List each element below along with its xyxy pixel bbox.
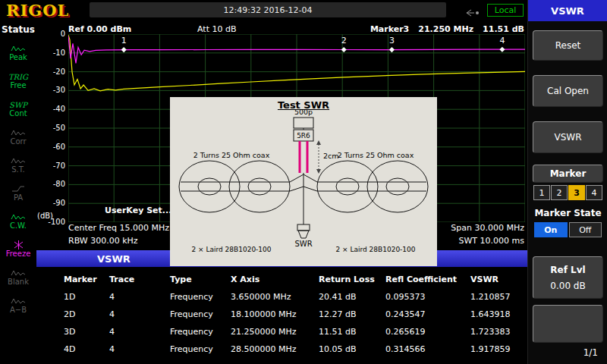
table-cell: 20.41 dB (319, 292, 385, 302)
table-row-2D: 2D4Frequency18.100000 MHz12.27 dB0.24354… (36, 306, 527, 323)
y-tick-label: -10 (36, 49, 65, 57)
table-cell: 3D (64, 327, 109, 337)
status-label: Free (10, 81, 26, 89)
peak-waveform-icon (11, 44, 26, 53)
status-label: SWP (9, 101, 27, 109)
marker-state-on[interactable]: On (534, 222, 568, 237)
marker-option-row: 1234 (533, 185, 603, 200)
left-coax-label: 2 Turns 25 Ohm coax (175, 151, 288, 159)
y-tick-label: -80 (36, 180, 65, 188)
table-cell: 0.265619 (385, 327, 470, 337)
table-row-4D: 4D4Frequency28.500000 MHz10.05 dB0.31456… (36, 340, 527, 358)
table-cell: 4 (109, 327, 170, 337)
rigol-logo: RIGOL (6, 1, 69, 20)
right-core-label: 2 × Laird 28B1020-100 (319, 246, 432, 253)
empty-softkey-button[interactable] (533, 305, 603, 343)
status-pa: PA (0, 179, 36, 207)
test-swr-diagram: Test SWR 500p 5R6 2cm 2 Turns 25 Ohm coa… (170, 97, 437, 266)
marker-readout-value: 11.51 dB (483, 24, 524, 34)
table-cell: 3.650000 MHz (231, 292, 319, 302)
cal-open-button[interactable]: Cal Open (533, 75, 603, 107)
status-label: S.T. (11, 165, 25, 174)
table-cell: 10.05 dB (319, 344, 385, 354)
menu-title: VSWR (528, 0, 607, 21)
table-cell: 28.500000 MHz (231, 344, 319, 354)
left-core-label: 2 × Laird 28B1020-100 (175, 246, 288, 253)
page-indicator: 1/1 (583, 347, 598, 358)
ref-lvl-value: 0.00 dB (550, 281, 585, 291)
marker-state-off[interactable]: Off (569, 222, 602, 237)
table-cell: 4 (109, 309, 170, 319)
col-x-axis: X Axis (231, 275, 319, 284)
marker-readout-freq: 21.250 MHz (418, 24, 473, 34)
status-label: PA (14, 193, 23, 202)
table-cell: Frequency (170, 292, 231, 302)
table-cell: 4D (64, 344, 109, 354)
remote-connection-icon (464, 6, 481, 20)
marker-readout-name: Marker3 (370, 24, 409, 34)
vswr-section-title: VSWR (97, 253, 131, 265)
status-peak: Peak (0, 39, 36, 67)
top-bar: RIGOL 12:49:32 2016-12-04 Local (0, 0, 527, 21)
table-cell: Frequency (170, 309, 231, 319)
swr-port-label: SWR (273, 240, 334, 248)
table-cell: 1.210857 (470, 292, 527, 302)
span-label: Span 30.000 MHz (451, 223, 524, 233)
col-type: Type (170, 275, 231, 284)
status-label: C.W. (10, 221, 27, 230)
blank-waveform-icon (11, 268, 26, 278)
table-cell: 0.243547 (385, 309, 470, 319)
capacitor-value-label: 500p (273, 108, 334, 116)
plot-marker-2: 2 (341, 36, 347, 46)
instrument-screen: RIGOL 12:49:32 2016-12-04 Local Status P… (0, 0, 607, 364)
marker-option-3[interactable]: 3 (568, 185, 585, 200)
table-cell: 18.100000 MHz (231, 309, 319, 319)
y-tick-label: -20 (36, 67, 65, 76)
table-cell: 11.51 dB (319, 327, 385, 337)
table-cell: 2D (64, 309, 109, 319)
marker-option-4[interactable]: 4 (586, 185, 602, 200)
table-cell: 1.723383 (470, 327, 527, 337)
status-cw: C.W. (0, 207, 36, 235)
status-st: S.T. (0, 151, 36, 179)
y-axis-unit: (dB) (37, 212, 53, 220)
vswr-button[interactable]: VSWR (533, 121, 603, 153)
marker-readout: Marker3 21.250 MHz 11.51 dB (370, 24, 524, 34)
table-cell: 4 (109, 344, 170, 354)
rbw-label: RBW 300.00 kHz (68, 236, 138, 246)
status-label: Blank (8, 278, 29, 286)
status-swp: SWPCont (0, 95, 36, 123)
table-cell: 0.095373 (385, 292, 470, 302)
marker-option-2[interactable]: 2 (551, 185, 568, 200)
status-label: TRIG (8, 73, 28, 81)
ref-lvl-label: Ref Lvl (550, 265, 585, 275)
local-badge: Local (487, 4, 524, 17)
table-cell: 1.643918 (470, 309, 527, 319)
table-cell: Frequency (170, 327, 231, 337)
plot-marker-4: 4 (499, 36, 505, 46)
preamp-icon (11, 184, 25, 193)
status-freeze: Freeze (0, 235, 36, 263)
marker-option-1[interactable]: 1 (533, 185, 550, 200)
y-tick-label: 0 (36, 30, 65, 38)
status-label: Cont (9, 109, 27, 118)
col-marker: Marker (64, 275, 109, 284)
ref-lvl-button[interactable]: Ref Lvl 0.00 dB (533, 256, 603, 299)
marker-button[interactable]: Marker (533, 165, 603, 183)
table-cell: 1.917859 (470, 344, 527, 354)
y-tick-label: -30 (36, 86, 65, 94)
reset-button[interactable]: Reset (533, 30, 603, 61)
y-tick-label: -70 (36, 162, 65, 170)
userkey-text: UserKey Set... (105, 206, 171, 215)
attenuation-label: Att 10 dB (197, 24, 236, 34)
table-cell: 21.250000 MHz (231, 327, 319, 337)
center-freq-label: Center Freq 15.000 MHz (68, 223, 169, 233)
table-cell: 12.27 dB (319, 309, 385, 319)
table-header-row: MarkerTraceTypeX AxisReturn LossRefl Coe… (36, 271, 527, 288)
datetime: 12:49:32 2016-12-04 (90, 5, 446, 15)
plot-marker-1: 1 (121, 36, 127, 46)
status-title: Status (0, 24, 36, 35)
status-label: Freeze (6, 249, 31, 258)
y-tick-label: -40 (36, 105, 65, 113)
marker-table: MarkerTraceTypeX AxisReturn LossRefl Coe… (36, 267, 527, 364)
